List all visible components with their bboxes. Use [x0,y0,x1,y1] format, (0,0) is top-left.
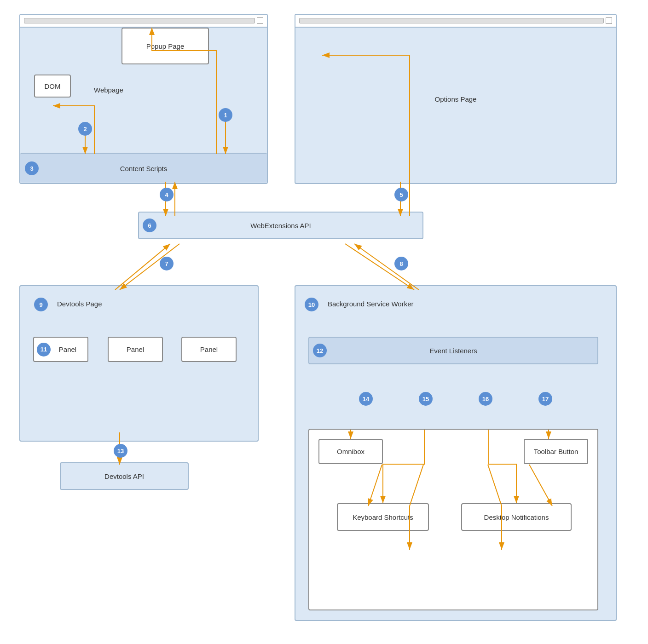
popup-page-label: Popup Page [146,42,185,50]
dom-label: DOM [45,82,61,90]
badge-4: 4 [160,188,174,201]
badge-9: 9 [34,298,48,311]
badge-2: 2 [78,122,92,136]
badge-17: 17 [538,392,552,406]
devtools-page-label: Devtools Page [57,300,102,308]
diagram: Popup Page Webpage DOM 3 Content Scripts… [0,0,648,644]
badge-13: 13 [114,444,127,458]
badge-12: 12 [313,344,327,357]
webpage-label: Webpage [94,86,123,94]
badge-15: 15 [419,392,433,406]
webpage-browser-window: Popup Page Webpage DOM 3 Content Scripts [19,14,268,184]
panel-2-label: Panel [127,345,144,353]
options-page-label: Options Page [435,95,477,103]
badge-5: 5 [394,188,408,201]
badge-7: 7 [160,257,174,270]
panel-3-label: Panel [200,345,218,353]
badge-3: 3 [25,161,39,175]
panel-1-label: Panel [59,345,76,353]
badge-11: 11 [37,343,51,356]
omnibox-label: Omnibox [337,448,364,455]
devtools-api-box: Devtools API [60,462,189,490]
content-scripts-label: Content Scripts [120,164,168,172]
devtools-api-label: Devtools API [104,472,144,480]
devtools-page-box: 9 Devtools Page 11 Panel Panel Panel [19,285,259,442]
desktop-notifications-box: Desktop Notifications [461,503,572,531]
webextensions-api-box: 6 WebExtensions API [138,212,423,239]
window-btn [257,17,263,24]
browser-titlebar [20,15,267,28]
event-listeners-label: Event Listeners [429,347,477,355]
event-listeners-box: 12 Event Listeners [308,337,598,364]
panel-1-box: 11 Panel [33,337,88,362]
content-scripts-box: 3 Content Scripts [20,153,267,183]
badge-16: 16 [479,392,492,406]
webextensions-api-label: WebExtensions API [250,222,311,230]
popup-page-box: Popup Page [122,28,209,64]
badge-6: 6 [143,218,156,232]
keyboard-shortcuts-box: Keyboard Shortcuts [337,503,429,531]
panel-3-box: Panel [181,337,237,362]
address-bar [24,18,255,23]
keyboard-shortcuts-label: Keyboard Shortcuts [353,513,413,521]
toolbar-button-box: Toolbar Button [524,439,588,464]
dom-box: DOM [34,75,71,98]
options-browser-window: Options Page [295,14,617,184]
badge-8: 8 [394,257,408,270]
desktop-notifications-label: Desktop Notifications [484,513,549,521]
badge-1: 1 [219,108,232,122]
background-service-worker-label: Background Service Worker [328,300,413,308]
toolbar-button-label: Toolbar Button [534,448,579,455]
options-titlebar [295,15,616,28]
badge-10: 10 [305,298,318,311]
panel-2-box: Panel [108,337,163,362]
background-service-worker-box: 10 Background Service Worker 12 Event Li… [295,285,617,621]
badge-14: 14 [359,392,373,406]
omnibox-box: Omnibox [318,439,383,464]
options-window-btn [606,17,612,24]
options-address-bar [299,18,604,23]
